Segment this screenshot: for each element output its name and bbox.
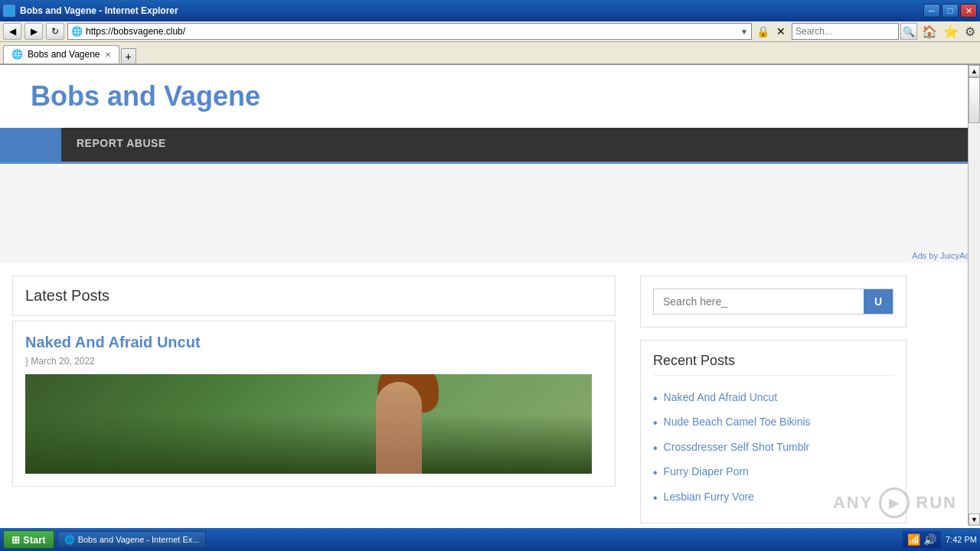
anyrun-run-text: RUN	[916, 493, 957, 513]
refresh-button[interactable]: ↻	[46, 23, 64, 40]
sidebar-search-button[interactable]: U	[864, 289, 893, 314]
recent-post-link-2[interactable]: Nude Beach Camel Toe Bikinis	[664, 415, 811, 430]
anyrun-watermark: ANY ▶ RUN	[833, 487, 957, 518]
latest-posts-title: Latest Posts	[25, 287, 603, 305]
list-item: • Nude Beach Camel Toe Bikinis	[653, 411, 893, 435]
vertical-scrollbar[interactable]: ▲ ▼	[968, 65, 980, 526]
ie-toolbar-right: 🏠 ⭐ ⚙	[920, 24, 977, 39]
title-bar: 🌐 Bobs and Vagene - Internet Explorer ─ …	[0, 0, 980, 21]
ie-search-button[interactable]: 🔍	[900, 23, 917, 40]
tab-icon: 🌐	[11, 49, 23, 60]
address-dropdown-icon[interactable]: ▼	[740, 28, 748, 36]
post-date: March 20, 2022	[31, 356, 94, 367]
anyrun-play-icon: ▶	[879, 487, 910, 518]
recent-post-link-1[interactable]: Naked And Afraid Uncut	[664, 390, 778, 406]
bullet-icon: •	[653, 490, 658, 507]
bullet-icon: •	[653, 440, 658, 457]
tab-bobs-and-vagene[interactable]: 🌐 Bobs and Vagene ✕	[3, 45, 119, 64]
bullet-icon: •	[653, 465, 658, 481]
post-meta: } March 20, 2022	[25, 356, 603, 367]
ie-search-input[interactable]	[792, 23, 899, 40]
ads-area: Ads by JuicyAds	[0, 164, 980, 263]
tools-button[interactable]: ⚙	[963, 24, 977, 39]
latest-posts-header: Latest Posts	[12, 276, 616, 316]
site-nav: REPORT ABUSE	[0, 128, 980, 164]
post-featured-image	[25, 374, 592, 474]
list-item: • Naked And Afraid Uncut	[653, 386, 893, 411]
search-widget: U	[640, 276, 906, 328]
ads-by-label: Ads by JuicyAds	[912, 251, 974, 260]
image-figure-shape	[376, 382, 422, 474]
title-bar-left: 🌐 Bobs and Vagene - Internet Explorer	[3, 5, 178, 17]
window-controls[interactable]: ─ □ ✕	[923, 4, 977, 18]
tab-bar: 🌐 Bobs and Vagene ✕ +	[0, 42, 980, 65]
recent-posts-title: Recent Posts	[653, 353, 893, 376]
nav-blue-block	[0, 128, 61, 161]
scroll-down-button[interactable]: ▼	[969, 514, 980, 526]
site-header: Bobs and Vagene	[0, 65, 980, 128]
scroll-thumb[interactable]	[969, 77, 980, 123]
back-button[interactable]: ◀	[3, 23, 21, 40]
bullet-icon: •	[653, 415, 658, 432]
recent-post-link-3[interactable]: Crossdresser Self Shot Tumblr	[664, 440, 810, 455]
post-meta-icon: }	[25, 356, 28, 367]
address-input[interactable]	[86, 26, 737, 37]
post-card: Naked And Afraid Uncut } March 20, 2022	[12, 321, 616, 487]
anyrun-text: ANY	[833, 493, 873, 513]
search-box-container: U	[653, 289, 893, 315]
ads-by-link[interactable]: Ads by JuicyAds	[912, 251, 974, 260]
minimize-button[interactable]: ─	[923, 4, 940, 18]
close-button[interactable]: ✕	[960, 4, 977, 18]
list-item: • Crossdresser Self Shot Tumblr	[653, 436, 893, 461]
window-title: Bobs and Vagene - Internet Explorer	[20, 5, 178, 16]
scroll-track[interactable]	[969, 77, 980, 514]
new-tab-button[interactable]: +	[121, 48, 136, 64]
browser-content: ▲ ▼ Bobs and Vagene REPORT ABUSE Ads by …	[0, 65, 980, 526]
list-item: • Furry Diaper Porn	[653, 461, 893, 485]
address-ie-icon: 🌐	[71, 26, 83, 37]
sidebar-search-input[interactable]	[654, 289, 864, 314]
sidebar: U Recent Posts • Naked And Afraid Uncut …	[628, 263, 919, 526]
report-abuse-nav-item[interactable]: REPORT ABUSE	[61, 128, 181, 161]
main-content: Latest Posts Naked And Afraid Uncut } Ma…	[0, 263, 628, 526]
tab-label: Bobs and Vagene	[28, 49, 100, 60]
recent-posts-widget: Recent Posts • Naked And Afraid Uncut • …	[640, 340, 906, 523]
tab-close-button[interactable]: ✕	[105, 51, 111, 59]
favorites-button[interactable]: ⭐	[942, 24, 960, 39]
recent-post-link-4[interactable]: Furry Diaper Porn	[664, 465, 749, 480]
address-box[interactable]: 🌐 ▼	[67, 23, 752, 40]
recent-post-link-5[interactable]: Lesbian Furry Vore	[664, 490, 754, 505]
lock-icon: 🔒	[755, 24, 770, 39]
stop-loading-icon[interactable]: ✕	[773, 24, 789, 39]
home-button[interactable]: 🏠	[920, 24, 939, 39]
browser-icon: 🌐	[3, 5, 15, 17]
forward-button[interactable]: ▶	[24, 23, 43, 40]
post-title-link[interactable]: Naked And Afraid Uncut	[25, 334, 201, 350]
scroll-up-button[interactable]: ▲	[969, 65, 980, 77]
restore-button[interactable]: □	[942, 4, 959, 18]
main-layout: Latest Posts Naked And Afraid Uncut } Ma…	[0, 263, 980, 526]
address-bar-area: ◀ ▶ ↻ 🌐 ▼ 🔒 ✕ 🔍 🏠 ⭐ ⚙	[0, 21, 980, 42]
bullet-icon: •	[653, 390, 658, 407]
site-title[interactable]: Bobs and Vagene	[31, 80, 949, 112]
search-area: 🔍	[792, 23, 917, 40]
